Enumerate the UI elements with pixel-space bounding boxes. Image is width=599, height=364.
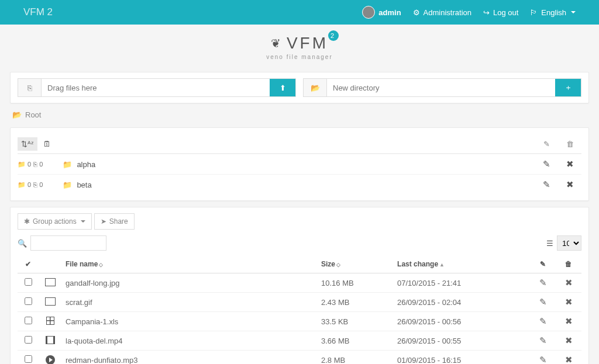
file-name[interactable]: gandalf-long.jpg (62, 273, 318, 293)
brand[interactable]: VFM 2 (23, 6, 53, 18)
share-label: Share (109, 217, 128, 226)
edit-file-button[interactable]: ✎ (539, 278, 547, 287)
folder-row: 📁 0⎘ 0📁 alpha✎✖ (18, 154, 581, 174)
avatar-icon (362, 6, 375, 19)
file-row: scrat.gif2.43 MB26/09/2015 - 02:04✎✖ (18, 293, 581, 312)
delete-header-icon: 🗑 (556, 255, 581, 273)
image-icon (45, 278, 56, 286)
upload-group: ⎘ ⬆ (18, 78, 296, 97)
delete-file-button[interactable]: ✖ (565, 297, 573, 307)
administration-label: Administration (424, 8, 471, 17)
delete-file-button[interactable]: ✖ (565, 335, 573, 345)
image-icon (45, 297, 56, 306)
chevron-down-icon (81, 220, 85, 223)
file-size: 10.16 MB (318, 273, 394, 293)
file-size: 33.5 KB (318, 312, 394, 331)
file-date: 26/09/2015 - 00:55 (394, 331, 530, 351)
flag-icon: 🏳 (530, 8, 538, 17)
folder-label: alpha (77, 160, 95, 169)
edit-folder-button[interactable]: ✎ (535, 159, 558, 169)
breadcrumb-root[interactable]: Root (25, 110, 41, 119)
file-size: 2.8 MB (318, 351, 394, 365)
edit-file-button[interactable]: ✎ (539, 297, 547, 307)
folder-link[interactable]: 📁 beta (63, 181, 535, 189)
sort-alpha-toggle[interactable]: ⇅ᴬᶻ (18, 137, 37, 151)
sort-date-toggle[interactable]: 🗓 (40, 137, 54, 151)
logo-subtitle: veno file manager (10, 54, 589, 60)
sort-asc-icon: ▲ (439, 262, 445, 268)
file-count: ⎘ 0 (33, 181, 45, 188)
administration-link[interactable]: ⚙ Administration (413, 8, 471, 17)
file-name[interactable]: la-quota-del.mp4 (62, 331, 318, 351)
logo-badge: 2 (328, 30, 339, 41)
list-icon: ☰ (546, 239, 553, 248)
edit-file-button[interactable]: ✎ (539, 355, 547, 364)
select-all-header[interactable]: ✔ (18, 255, 39, 273)
file-row: Campania-1.xls33.5 KB26/09/2015 - 00:56✎… (18, 312, 581, 331)
filename-header[interactable]: File name◇ (62, 255, 318, 273)
folder-addon-icon: 📂 (304, 79, 327, 96)
file-date: 26/09/2015 - 02:04 (394, 293, 530, 312)
edit-folder-button[interactable]: ✎ (535, 179, 558, 190)
file-date: 26/09/2015 - 00:56 (394, 312, 530, 331)
logout-label: Log out (493, 8, 518, 17)
audio-icon[interactable] (46, 355, 55, 364)
row-checkbox[interactable] (25, 317, 32, 324)
file-row: redman-dunfiato.mp32.8 MB01/09/2015 - 16… (18, 351, 581, 365)
dir-count: 📁 0 (18, 181, 33, 189)
logout-icon: ↪ (483, 8, 490, 17)
file-size: 2.43 MB (318, 293, 394, 312)
delete-folder-button[interactable]: ✖ (558, 159, 581, 169)
sort-icon: ◇ (336, 262, 340, 268)
chevron-down-icon (571, 11, 576, 13)
row-checkbox[interactable] (25, 336, 32, 344)
edit-file-button[interactable]: ✎ (539, 335, 547, 345)
lastchange-header[interactable]: Last change▲ (394, 255, 530, 273)
username-label: admin (378, 8, 401, 17)
newdir-group: 📂 ＋ (303, 78, 581, 97)
file-date: 07/10/2015 - 21:41 (394, 273, 530, 293)
file-name[interactable]: Campania-1.xls (62, 312, 318, 331)
delete-file-button[interactable]: ✖ (565, 355, 573, 364)
dir-count: 📁 0 (18, 161, 33, 168)
video-icon (46, 336, 55, 344)
file-name[interactable]: scrat.gif (62, 293, 318, 312)
newdir-button[interactable]: ＋ (555, 79, 581, 96)
row-checkbox[interactable] (25, 297, 32, 305)
folder-row: 📁 0⎘ 0📁 beta✎✖ (18, 174, 581, 195)
folder-icon: 📁 (63, 181, 72, 189)
delete-folder-button[interactable]: ✖ (558, 179, 581, 190)
perpage-select[interactable]: 10 (557, 235, 581, 251)
logout-link[interactable]: ↪ Log out (483, 8, 518, 17)
language-menu[interactable]: 🏳 English (530, 8, 576, 17)
size-header[interactable]: Size◇ (318, 255, 394, 273)
search-input[interactable] (30, 235, 106, 251)
upload-input[interactable] (42, 79, 270, 96)
newdir-input[interactable] (327, 79, 555, 96)
row-checkbox[interactable] (25, 278, 32, 286)
language-label: English (541, 8, 566, 17)
upload-button[interactable]: ⬆ (270, 79, 295, 96)
file-row: gandalf-long.jpg10.16 MB07/10/2015 - 21:… (18, 273, 581, 293)
search-icon: 🔍 (18, 239, 27, 248)
row-checkbox[interactable] (25, 355, 32, 363)
file-name[interactable]: redman-dunfiato.mp3 (62, 351, 318, 365)
cloud-upload-icon: ⬆ (280, 84, 286, 92)
delete-file-button[interactable]: ✖ (565, 278, 573, 287)
folder-link[interactable]: 📁 alpha (63, 160, 535, 169)
folder-open-icon: 📂 (12, 110, 22, 119)
delete-file-button[interactable]: ✖ (565, 316, 573, 326)
group-actions-label: Group actions (33, 217, 77, 226)
group-actions-button[interactable]: ✱ Group actions (18, 213, 92, 230)
leaf-icon: ❦ (271, 36, 283, 50)
file-row: la-quota-del.mp43.66 MB26/09/2015 - 00:5… (18, 331, 581, 351)
spreadsheet-icon (46, 317, 54, 325)
share-button[interactable]: ➤ Share (94, 213, 135, 230)
header-delete-icon: 🗑 (558, 140, 581, 148)
upload-addon-icon: ⎘ (18, 79, 42, 96)
edit-file-button[interactable]: ✎ (539, 316, 547, 326)
gear-icon: ✱ (24, 217, 30, 226)
gear-icon: ⚙ (413, 8, 420, 17)
user-menu[interactable]: admin (362, 6, 401, 19)
file-date: 01/09/2015 - 16:15 (394, 351, 530, 365)
